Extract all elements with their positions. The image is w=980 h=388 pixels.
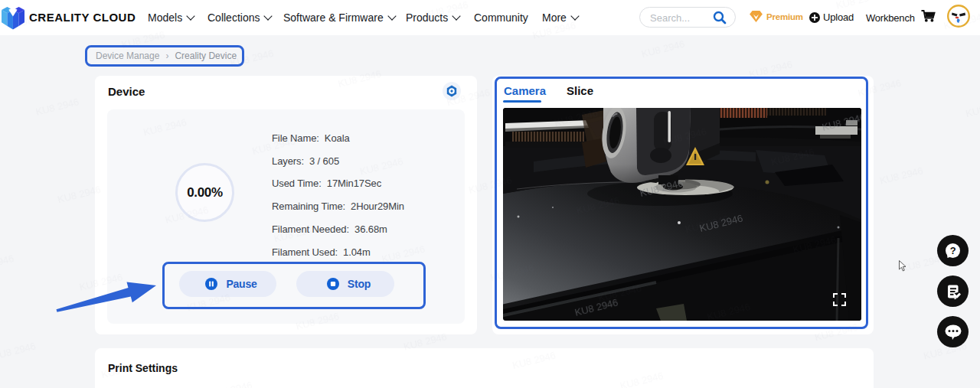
svg-text:?: ? <box>950 245 956 256</box>
